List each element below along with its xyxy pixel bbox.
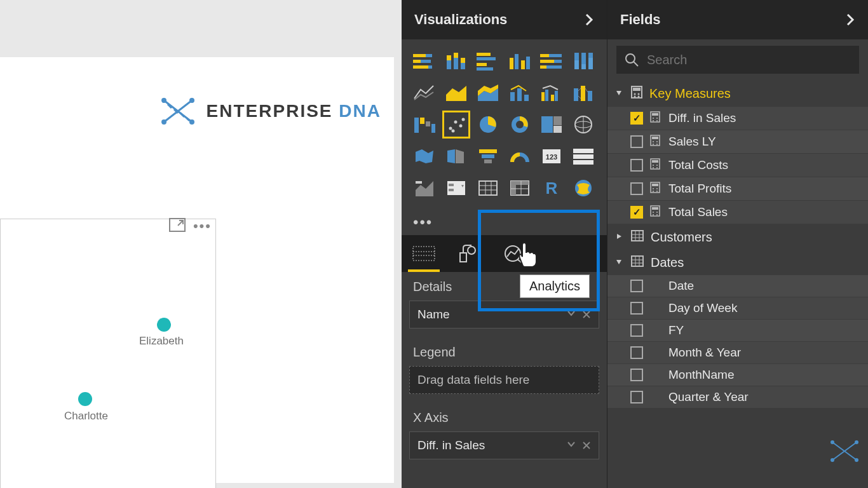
svg-rect-37 (574, 60, 579, 69)
svg-rect-30 (540, 54, 549, 57)
format-tab[interactable] (446, 235, 491, 272)
viz-area-icon[interactable] (442, 79, 470, 107)
field-checkbox[interactable] (630, 135, 643, 148)
svg-rect-33 (554, 60, 562, 63)
svg-rect-15 (428, 65, 432, 69)
chevron-right-icon[interactable] (845, 12, 855, 27)
report-page[interactable]: ENTERPRISE DNA ••• Elizabeth Charlotte (0, 57, 394, 483)
viz-scatter-icon[interactable] (442, 111, 470, 139)
viz-gauge-icon[interactable] (506, 142, 534, 170)
viz-stacked-column-icon[interactable] (442, 47, 470, 75)
field-checkbox[interactable] (630, 182, 643, 195)
viz-100-stacked-column-icon[interactable] (569, 47, 597, 75)
chevron-down-icon[interactable] (567, 441, 576, 447)
field-checkbox[interactable] (630, 324, 643, 337)
viz-stacked-bar-icon[interactable] (410, 47, 438, 75)
viz-arcgis-icon[interactable] (569, 174, 597, 202)
svg-rect-35 (546, 65, 562, 69)
svg-point-130 (656, 144, 658, 145)
field-checkbox[interactable] (630, 159, 643, 172)
field-name: Total Profits (668, 182, 731, 196)
field-checkbox[interactable] (630, 280, 643, 292)
viz-waterfall-icon[interactable] (410, 111, 438, 139)
data-point[interactable] (78, 392, 92, 406)
field-row[interactable]: FY (607, 320, 868, 342)
svg-rect-26 (510, 58, 513, 69)
field-row[interactable]: Total Costs (607, 154, 868, 177)
svg-point-136 (656, 167, 658, 168)
viz-multi-card-icon[interactable] (569, 142, 597, 170)
field-row[interactable]: Day of Week (607, 297, 868, 320)
fields-tab[interactable] (402, 235, 446, 272)
remove-field-icon[interactable] (582, 441, 591, 450)
focus-mode-icon[interactable] (169, 218, 186, 234)
viz-treemap-icon[interactable] (538, 111, 566, 139)
viz-clustered-column-icon[interactable] (506, 47, 534, 75)
viz-pie-icon[interactable] (474, 111, 502, 139)
svg-rect-68 (553, 116, 562, 125)
viz-funnel-icon[interactable] (474, 142, 502, 170)
analytics-tooltip: Analytics (520, 274, 590, 298)
field-checkbox[interactable] (630, 391, 643, 403)
viz-shape-map-icon[interactable] (442, 142, 470, 170)
viz-donut-icon[interactable] (506, 111, 534, 139)
table-header-key-measures[interactable]: Key Measures (607, 80, 868, 107)
viz-more-icon[interactable]: ••• (402, 210, 607, 235)
field-row[interactable]: Total Profits (607, 177, 868, 201)
details-well[interactable]: Name (409, 301, 599, 329)
viz-map-icon[interactable] (569, 111, 597, 139)
field-row[interactable]: Quarter & Year (607, 386, 868, 409)
viz-line-icon[interactable] (410, 79, 438, 107)
viz-filled-map-icon[interactable] (410, 142, 438, 170)
field-row[interactable]: Diff. in Sales (607, 107, 868, 130)
scatter-visual[interactable]: ••• Elizabeth Charlotte (0, 219, 216, 488)
viz-r-icon[interactable]: R (538, 174, 566, 202)
viz-100-stacked-bar-icon[interactable] (538, 47, 566, 75)
legend-well[interactable]: Drag data fields here (409, 366, 599, 394)
viz-clustered-bar-icon[interactable] (474, 47, 502, 75)
svg-point-66 (516, 121, 524, 128)
svg-rect-25 (477, 67, 493, 71)
svg-point-164 (855, 440, 858, 444)
viz-kpi-icon[interactable] (410, 174, 438, 202)
field-checkbox[interactable] (630, 112, 643, 125)
table-header-dates[interactable]: Dates (607, 250, 868, 275)
search-input[interactable] (647, 53, 851, 67)
xaxis-well-label: X Axis (402, 403, 607, 429)
fields-panel-header[interactable]: Fields (607, 0, 868, 39)
viz-matrix-icon[interactable] (506, 174, 534, 202)
viz-slicer-icon[interactable] (442, 174, 470, 202)
svg-point-128 (656, 141, 658, 142)
brand-text: ENTERPRISE DNA (207, 101, 381, 121)
svg-point-146 (656, 212, 658, 213)
visualizations-panel-header[interactable]: Visualizations (402, 0, 607, 39)
field-row[interactable]: Sales LY (607, 130, 868, 154)
field-checkbox[interactable] (630, 369, 643, 381)
xaxis-well[interactable]: Diff. in Sales (409, 431, 599, 459)
watermark-logo-icon (829, 438, 860, 464)
field-checkbox[interactable] (630, 346, 643, 359)
chevron-down-icon[interactable] (567, 310, 576, 316)
svg-point-134 (656, 165, 658, 166)
viz-table-icon[interactable] (474, 174, 502, 202)
viz-ribbon-icon[interactable] (569, 79, 597, 107)
visualizations-panel: Visualizations 123 R ••• (402, 0, 607, 488)
calculator-icon (630, 85, 643, 102)
viz-stacked-area-icon[interactable] (474, 79, 502, 107)
field-checkbox[interactable] (630, 206, 643, 219)
chevron-right-icon[interactable] (584, 12, 594, 27)
field-row[interactable]: Date (607, 275, 868, 297)
remove-field-icon[interactable] (582, 310, 591, 319)
data-point[interactable] (157, 318, 171, 332)
field-row[interactable]: Month & Year (607, 342, 868, 364)
more-options-icon[interactable]: ••• (193, 218, 212, 234)
viz-card-icon[interactable]: 123 (538, 142, 566, 170)
viz-line-stacked-column-icon[interactable] (506, 79, 534, 107)
field-checkbox[interactable] (630, 302, 643, 315)
table-header-customers[interactable]: Customers (607, 224, 868, 250)
svg-rect-75 (484, 159, 492, 163)
fields-search[interactable] (616, 46, 859, 74)
field-row[interactable]: MonthName (607, 364, 868, 386)
viz-line-clustered-column-icon[interactable] (538, 79, 566, 107)
field-row[interactable]: Total Sales (607, 201, 868, 224)
